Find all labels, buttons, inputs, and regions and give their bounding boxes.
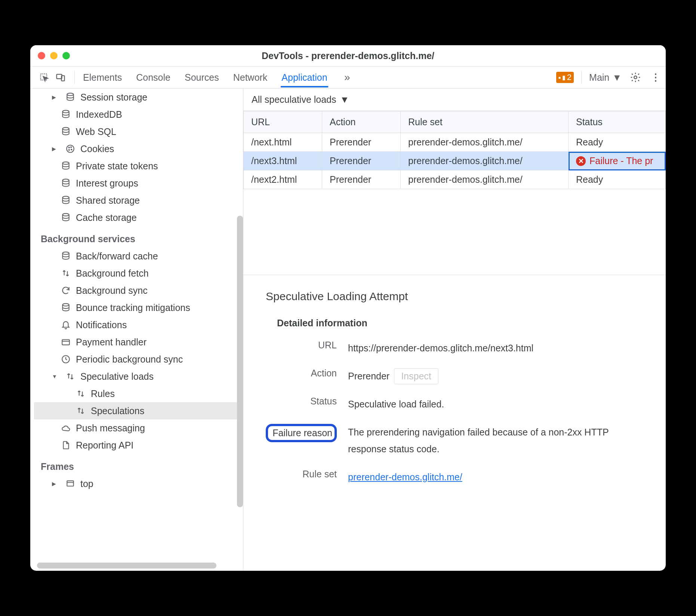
toolbar: Elements Console Sources Network Applica…: [30, 66, 666, 89]
detail-ruleset-link[interactable]: prerender-demos.glitch.me/: [348, 472, 462, 482]
sidebar-item-label: Web SQL: [76, 126, 116, 137]
updown-icon: [60, 268, 71, 279]
status-text: Ready: [576, 174, 603, 185]
sidebar: Session storageIndexedDBWeb SQLCookiesPr…: [30, 89, 243, 571]
target-selector[interactable]: Main▼: [589, 72, 622, 83]
sidebar-item-private-state-tokens[interactable]: Private state tokens: [34, 157, 243, 175]
svg-point-12: [62, 162, 69, 164]
sidebar-item-cache-storage[interactable]: Cache storage: [34, 209, 243, 226]
sidebar-item-label: Back/forward cache: [76, 251, 158, 262]
device-icon[interactable]: [54, 71, 67, 84]
sidebar-item-bounce-tracking-mitigations[interactable]: Bounce tracking mitigations: [34, 299, 243, 316]
sidebar-item-push-messaging[interactable]: Push messaging: [34, 419, 243, 437]
sidebar-item-label: Notifications: [76, 320, 127, 330]
sidebar-vertical-scrollbar[interactable]: [237, 216, 243, 507]
table-row[interactable]: /next.htmlPrerenderprerender-demos.glitc…: [244, 133, 666, 152]
gear-icon[interactable]: [629, 71, 642, 84]
sidebar-item-top[interactable]: top: [34, 475, 243, 492]
sidebar-item-label: Push messaging: [76, 423, 145, 434]
sidebar-item-shared-storage[interactable]: Shared storage: [34, 192, 243, 209]
caret-icon: [52, 94, 59, 100]
db-icon: [60, 195, 71, 206]
tab-console[interactable]: Console: [135, 68, 171, 87]
detail-url-value: https://prerender-demos.glitch.me/next3.…: [348, 340, 647, 357]
detail-ruleset-key: Rule set: [266, 469, 337, 480]
more-tabs-icon[interactable]: »: [341, 71, 354, 84]
svg-point-3: [634, 76, 637, 79]
divider: [581, 71, 582, 84]
col-ruleset[interactable]: Rule set: [401, 111, 569, 133]
inspect-button[interactable]: Inspect: [394, 368, 438, 384]
cell-status: Ready: [569, 170, 666, 189]
sidebar-item-speculations[interactable]: Speculations: [34, 402, 243, 419]
close-button[interactable]: [38, 52, 45, 59]
sidebar-item-label: Reporting API: [76, 440, 133, 451]
svg-point-9: [71, 147, 71, 148]
sidebar-item-notifications[interactable]: Notifications: [34, 316, 243, 333]
error-icon: ✕: [576, 156, 586, 166]
sidebar-item-periodic-background-sync[interactable]: Periodic background sync: [34, 351, 243, 368]
sidebar-item-label: Rules: [91, 388, 115, 399]
inspect-icon[interactable]: [38, 71, 50, 84]
frame-icon: [65, 478, 76, 489]
cell-status: Ready: [569, 133, 666, 152]
db-icon: [60, 126, 71, 137]
col-action[interactable]: Action: [322, 111, 401, 133]
sidebar-item-label: IndexedDB: [76, 109, 122, 120]
db-icon: [60, 212, 71, 223]
db-icon: [60, 160, 71, 172]
kebab-icon[interactable]: ⋮: [649, 71, 662, 84]
table-row[interactable]: /next3.htmlPrerenderprerender-demos.glit…: [244, 152, 666, 170]
detail-action-value: PrerenderInspect: [348, 368, 647, 385]
sidebar-item-interest-groups[interactable]: Interest groups: [34, 175, 243, 192]
table-row[interactable]: /next2.htmlPrerenderprerender-demos.glit…: [244, 170, 666, 189]
detail-url-key: URL: [266, 340, 337, 351]
sidebar-item-back-forward-cache[interactable]: Back/forward cache: [34, 247, 243, 265]
sidebar-item-reporting-api[interactable]: Reporting API: [34, 437, 243, 454]
sidebar-item-background-fetch[interactable]: Background fetch: [34, 265, 243, 282]
minimize-button[interactable]: [50, 52, 58, 59]
sidebar-item-cookies[interactable]: Cookies: [34, 140, 243, 157]
sidebar-horizontal-scrollbar[interactable]: [37, 563, 216, 569]
status-text: Failure - The pr: [589, 155, 653, 166]
col-url[interactable]: URL: [244, 111, 322, 133]
sidebar-item-label: Periodic background sync: [76, 354, 183, 365]
sidebar-item-indexeddb[interactable]: IndexedDB: [34, 106, 243, 123]
svg-point-15: [62, 213, 69, 216]
sidebar-item-session-storage[interactable]: Session storage: [34, 89, 243, 106]
sidebar-item-label: Shared storage: [76, 195, 140, 206]
tab-sources[interactable]: Sources: [184, 68, 220, 87]
warnings-badge[interactable]: ▮2: [556, 72, 574, 83]
sidebar-item-web-sql[interactable]: Web SQL: [34, 123, 243, 140]
db-icon: [65, 92, 76, 103]
cell-ruleset: prerender-demos.glitch.me/: [401, 152, 569, 170]
svg-point-4: [67, 93, 73, 96]
cell-ruleset: prerender-demos.glitch.me/: [401, 133, 569, 152]
detail-status-value: Speculative load failed.: [348, 396, 647, 413]
sidebar-item-label: Session storage: [80, 92, 147, 103]
caret-icon: [52, 146, 59, 152]
content-pane: All speculative loads ▼ URL Action Rule …: [243, 89, 666, 571]
sidebar-item-speculative-loads[interactable]: Speculative loads: [34, 368, 243, 385]
tab-elements[interactable]: Elements: [82, 68, 123, 87]
tab-application[interactable]: Application: [281, 68, 328, 87]
zoom-button[interactable]: [62, 52, 70, 59]
window-title: DevTools - prerender-demos.glitch.me/: [38, 50, 658, 61]
detail-action-key: Action: [266, 368, 337, 379]
svg-point-6: [62, 127, 69, 130]
bg-services-heading: Background services: [30, 226, 243, 247]
sidebar-item-payment-handler[interactable]: Payment handler: [34, 333, 243, 351]
col-status[interactable]: Status: [569, 111, 666, 133]
cell-ruleset: prerender-demos.glitch.me/: [401, 170, 569, 189]
sidebar-item-rules[interactable]: Rules: [34, 385, 243, 402]
sidebar-item-label: Speculations: [91, 406, 144, 416]
filter-dropdown[interactable]: All speculative loads ▼: [252, 94, 349, 105]
sidebar-item-background-sync[interactable]: Background sync: [34, 282, 243, 299]
traffic-lights: [38, 52, 70, 59]
main-area: Session storageIndexedDBWeb SQLCookiesPr…: [30, 89, 666, 571]
sidebar-item-label: top: [80, 478, 93, 489]
chevron-down-icon: ▼: [340, 94, 349, 105]
clock-icon: [60, 354, 71, 365]
target-label: Main: [589, 72, 609, 83]
tab-network[interactable]: Network: [232, 68, 268, 87]
